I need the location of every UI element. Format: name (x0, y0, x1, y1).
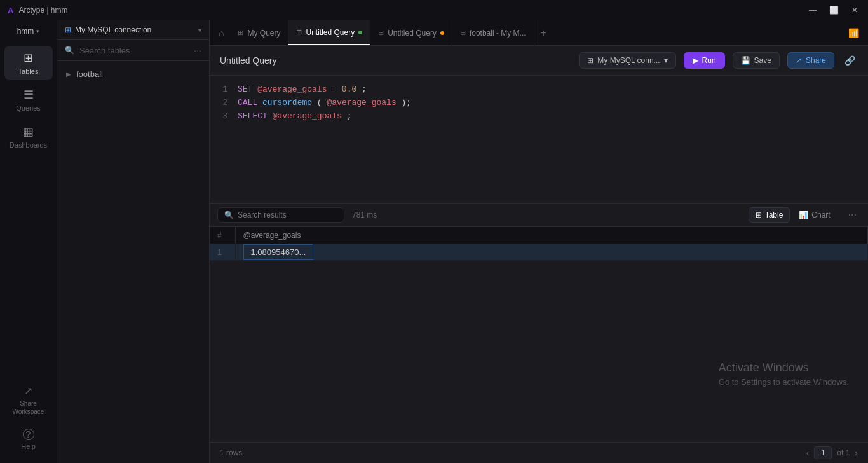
code-semi: ; (362, 85, 367, 94)
view-toggle: ⊞ Table 📊 Chart (749, 207, 837, 223)
col-header-num: # (210, 227, 235, 244)
code-equals: = (332, 85, 342, 94)
sidebar-item-queries[interactable]: ☰ Queries (4, 83, 53, 117)
sidebar-bottom: ↗ ShareWorkspace ? Help (4, 380, 53, 463)
table-label: Table (765, 211, 783, 219)
page-nav: ‹ 1 of 1 › (806, 446, 858, 459)
save-button[interactable]: 💾 Save (733, 52, 780, 69)
search-tables-input[interactable] (79, 46, 189, 55)
run-button[interactable]: ▶ Run (684, 52, 725, 69)
results-table: # @average_goals 1 1.080954670... (210, 227, 868, 261)
search-results-icon: 🔍 (224, 211, 234, 219)
tab-home[interactable]: ⌂ (212, 20, 230, 45)
pagination: 1 rows ‹ 1 of 1 › (210, 442, 868, 463)
tab-label: Untitled Query (388, 29, 437, 38)
sidebar-item-dashboards[interactable]: ▦ Dashboards (4, 120, 53, 154)
chart-icon: 📊 (799, 211, 808, 219)
content-area: ⊞ My MySQL connection ▾ 🔍 ··· ▶ football (57, 20, 868, 463)
code-semi-2: ; (347, 111, 352, 121)
run-icon: ▶ (693, 56, 698, 65)
minimize-button[interactable]: — (806, 4, 819, 16)
tab-label: My Query (247, 29, 280, 38)
tab-untitled-query-2[interactable]: ⊞ Untitled Query (370, 20, 452, 45)
titlebar: A Arctype | hmm — ⬜ ✕ (0, 0, 868, 20)
window-controls: — ⬜ ✕ (806, 4, 860, 16)
next-page-button[interactable]: › (855, 448, 858, 458)
connection-button[interactable]: ⊞ My MySQL conn... ▾ (579, 52, 675, 69)
results-toolbar: 🔍 781 ms ⊞ Table 📊 Chart (210, 204, 868, 227)
share-workspace-label: ShareWorkspace (13, 399, 44, 416)
tab-dot-green (358, 31, 362, 34)
code-paren: ( (317, 98, 322, 107)
line-number: 1 (220, 83, 227, 97)
workspace-name[interactable]: hmm ▾ (17, 27, 40, 36)
fn-cursordemo: cursordemo (262, 98, 312, 107)
keyword-call: CALL (238, 98, 257, 107)
queries-icon: ☰ (24, 88, 34, 102)
cell-value-highlighted: 1.080954670... (243, 244, 314, 260)
keyword-set: SET (238, 85, 252, 94)
results-area: 🔍 781 ms ⊞ Table 📊 Chart (210, 203, 868, 463)
tab-add-button[interactable]: + (534, 27, 553, 39)
code-editor[interactable]: 1 SET @average_goals = 0.0 ; 2 CALL (210, 76, 868, 203)
page-number: 1 (814, 446, 832, 459)
tabs-bar: ⌂ ⊞ My Query ⊞ Untitled Query ⊞ Untitled… (210, 20, 868, 46)
table-header-row: # @average_goals (210, 227, 868, 244)
query-title: Untitled Query (220, 55, 571, 66)
of-label: of 1 (837, 448, 850, 457)
search-results-input[interactable] (238, 211, 327, 219)
connection-chevron-icon: ▾ (198, 27, 201, 34)
query-header: Untitled Query ⊞ My MySQL conn... ▾ ▶ Ru… (210, 46, 868, 76)
table-tree: ▶ football (57, 61, 209, 463)
search-more-icon[interactable]: ··· (194, 45, 201, 55)
app-title: Arctype | hmm (18, 6, 67, 15)
save-icon: 💾 (741, 56, 750, 65)
table-icon: ⊞ (756, 211, 762, 219)
num-zero: 0.0 (342, 85, 356, 94)
link-icon: 🔗 (844, 55, 855, 66)
connection-btn-icon: ⊞ (587, 56, 593, 65)
help-icon: ? (23, 429, 34, 440)
connection-btn-chevron: ▾ (664, 56, 668, 65)
var-average-goals-3: @average_goals (273, 111, 342, 121)
run-label: Run (702, 56, 716, 65)
cell-row-num: 1 (210, 244, 235, 261)
tab-dot-orange (440, 31, 444, 35)
sidebar-item-tables[interactable]: ⊞ Tables (4, 46, 53, 80)
connection-db-icon: ⊞ (65, 25, 71, 34)
tables-icon: ⊞ (24, 51, 33, 65)
maximize-button[interactable]: ⬜ (827, 4, 841, 16)
connection-name: ⊞ My MySQL connection (65, 25, 151, 34)
tab-icon: ⊞ (460, 29, 466, 37)
link-button[interactable]: 🔗 (842, 53, 858, 68)
table-row[interactable]: 1 1.080954670... (210, 244, 868, 261)
share-label: Share (806, 56, 826, 65)
code-line-3: 3 SELECT @average_goals ; (220, 110, 858, 123)
sidebar-tables-label: Tables (18, 67, 39, 75)
share-button[interactable]: ↗ Share (787, 52, 834, 69)
results-more-button[interactable]: ··· (844, 208, 860, 222)
share-workspace-button[interactable]: ↗ ShareWorkspace (4, 380, 53, 421)
prev-page-button[interactable]: ‹ (806, 448, 810, 458)
line-number: 2 (220, 97, 227, 110)
tab-untitled-query-1[interactable]: ⊞ Untitled Query (288, 20, 370, 45)
tree-item-label: football (76, 69, 103, 79)
cell-avg-goals: 1.080954670... (235, 244, 868, 261)
chart-view-button[interactable]: 📊 Chart (792, 208, 836, 222)
connection-selector[interactable]: ⊞ My MySQL connection ▾ (57, 20, 209, 40)
search-results-wrapper: 🔍 (217, 207, 344, 223)
row-count: 1 rows (220, 448, 242, 457)
table-view-button[interactable]: ⊞ Table (749, 207, 790, 223)
query-area: ⌂ ⊞ My Query ⊞ Untitled Query ⊞ Untitled… (210, 20, 868, 463)
connection-label: My MySQL connection (75, 25, 151, 34)
tree-item-football[interactable]: ▶ football (57, 66, 209, 82)
close-button[interactable]: ✕ (849, 4, 860, 16)
tab-my-query[interactable]: ⊞ My Query (230, 20, 288, 45)
var-average-goals-2: @average_goals (327, 98, 396, 107)
code-line-content: CALL cursordemo ( @average_goals ); (238, 97, 411, 110)
wifi-icon: 📶 (842, 28, 865, 38)
tab-icon: ⊞ (296, 28, 302, 36)
workspace-chevron-icon: ▾ (36, 28, 39, 34)
help-button[interactable]: ? Help (4, 424, 53, 455)
tab-football[interactable]: ⊞ football - My M... (452, 20, 534, 45)
